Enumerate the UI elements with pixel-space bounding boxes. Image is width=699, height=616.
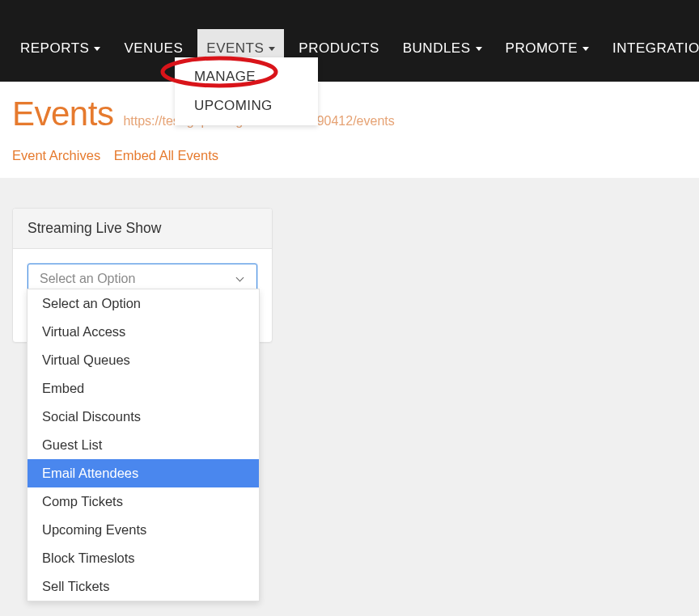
nav-bundles[interactable]: BUNDLES — [394, 29, 491, 68]
nav-label: REPORTS — [20, 40, 89, 57]
nav-integrations[interactable]: INTEGRATIONS — [604, 29, 699, 68]
submenu-upcoming[interactable]: UPCOMING — [175, 91, 318, 120]
caret-down-icon — [582, 47, 589, 51]
nav-reports[interactable]: REPORTS — [11, 29, 109, 68]
nav-label: INTEGRATIONS — [612, 40, 699, 57]
option-guest-list[interactable]: Guest List — [28, 431, 259, 459]
caret-down-icon — [94, 47, 100, 51]
caret-down-icon — [476, 47, 482, 51]
chevron-down-icon — [237, 275, 245, 283]
link-embed-all-events[interactable]: Embed All Events — [114, 148, 218, 162]
nav-label: PRODUCTS — [299, 40, 379, 57]
nav-label: VENUES — [124, 40, 183, 57]
option-virtual-queues[interactable]: Virtual Queues — [28, 346, 259, 374]
navbar: REPORTS VENUES EVENTS PRODUCTS BUNDLES P… — [0, 0, 699, 82]
option-select-an-option[interactable]: Select an Option — [28, 289, 259, 318]
select-placeholder: Select an Option — [40, 272, 135, 286]
panel-title: Streaming Live Show — [13, 209, 272, 249]
nav-label: EVENTS — [206, 40, 264, 57]
option-social-discounts[interactable]: Social Discounts — [28, 403, 259, 431]
nav-label: PROMOTE — [506, 40, 578, 57]
page-header: Events https://test.gopassage.com/users/… — [0, 82, 699, 178]
events-submenu: MANAGE UPCOMING — [175, 57, 318, 125]
option-virtual-access[interactable]: Virtual Access — [28, 318, 259, 346]
option-embed[interactable]: Embed — [28, 374, 259, 403]
caret-down-icon — [269, 47, 275, 51]
nav-label: BUNDLES — [403, 40, 471, 57]
option-upcoming-events[interactable]: Upcoming Events — [28, 516, 259, 544]
option-comp-tickets[interactable]: Comp Tickets — [28, 487, 259, 516]
page-title: Events — [12, 95, 113, 133]
nav-promote[interactable]: PROMOTE — [497, 29, 598, 68]
option-block-timeslots[interactable]: Block Timeslots — [28, 544, 259, 572]
option-email-attendees[interactable]: Email Attendees — [28, 459, 259, 487]
link-event-archives[interactable]: Event Archives — [12, 148, 100, 162]
option-sell-tickets[interactable]: Sell Tickets — [28, 572, 259, 601]
submenu-manage[interactable]: MANAGE — [175, 62, 318, 91]
sublinks: Event Archives Embed All Events — [12, 148, 687, 163]
option-dropdown: Select an Option Virtual Access Virtual … — [27, 289, 260, 601]
